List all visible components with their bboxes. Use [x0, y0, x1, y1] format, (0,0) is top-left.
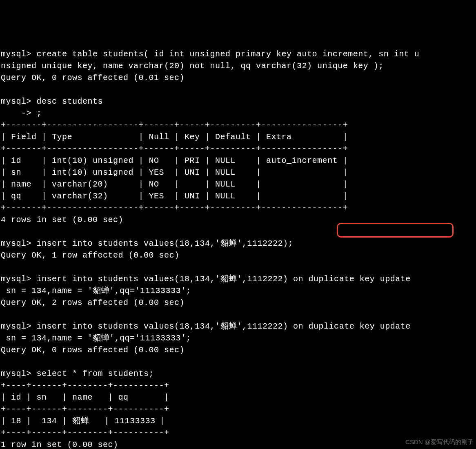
- desc-border-top: +-------+------------------+------+-----…: [1, 120, 348, 130]
- desc-header: | Field | Type | Null | Key | Default | …: [1, 132, 348, 142]
- insert3-result: Query OK, 0 rows affected (0.00 sec): [1, 345, 185, 355]
- create-result: Query OK, 0 rows affected (0.01 sec): [1, 73, 185, 82]
- select-border-mid: +----+------+--------+----------+: [1, 405, 169, 414]
- select-cmd: select * from students;: [37, 369, 154, 378]
- select-row: | 18 | 134 | 貂蝉 | 11133333 |: [1, 416, 166, 426]
- desc-border-mid: +-------+------------------+------+-----…: [1, 144, 348, 153]
- prompt: mysql>: [1, 369, 37, 378]
- continuation-prompt: ->: [1, 109, 37, 118]
- insert2-line1: insert into students values(18,134,'貂蝉',…: [37, 274, 411, 284]
- create-table-cmd-part1: create table students( id int unsigned p…: [1, 49, 419, 71]
- desc-row-id: | id | int(10) unsigned | NO | PRI | NUL…: [1, 156, 348, 165]
- desc-footer: 4 rows in set (0.00 sec): [1, 215, 123, 224]
- desc-cmd: desc students: [37, 97, 103, 106]
- insert1-result: Query OK, 1 row affected (0.00 sec): [1, 251, 180, 260]
- watermark: CSDN @爱写代码的刚子: [405, 438, 474, 447]
- select-footer: 1 row in set (0.00 sec): [1, 440, 118, 449]
- insert2-result: Query OK, 2 rows affected (0.00 sec): [1, 298, 185, 307]
- insert1-cmd: insert into students values(18,134,'貂蝉',…: [37, 239, 294, 248]
- prompt: mysql>: [1, 49, 37, 59]
- prompt: mysql>: [1, 274, 37, 284]
- prompt: mysql>: [1, 97, 37, 106]
- prompt: mysql>: [1, 322, 37, 331]
- insert3-line1: insert into students values(18,134,'貂蝉',…: [37, 322, 411, 331]
- desc-semicolon: ;: [37, 109, 42, 118]
- select-border-top: +----+------+--------+----------+: [1, 381, 169, 390]
- insert2-line2: sn = 134,name = '貂蝉',qq='11133333';: [1, 286, 191, 296]
- insert3-line2: sn = 134,name = '貂蝉',qq='11133333';: [1, 333, 191, 343]
- desc-row-qq: | qq | varchar(32) | YES | UNI | NULL | …: [1, 191, 348, 201]
- desc-row-sn: | sn | int(10) unsigned | YES | UNI | NU…: [1, 168, 348, 177]
- prompt: mysql>: [1, 239, 37, 248]
- select-border-bottom: +----+------+--------+----------+: [1, 428, 169, 438]
- terminal-output[interactable]: mysql> create table students( id int uns…: [1, 48, 475, 449]
- select-header: | id | sn | name | qq |: [1, 393, 169, 402]
- desc-border-bottom: +-------+------------------+------+-----…: [1, 203, 348, 213]
- desc-row-name: | name | varchar(20) | NO | | NULL | |: [1, 180, 348, 189]
